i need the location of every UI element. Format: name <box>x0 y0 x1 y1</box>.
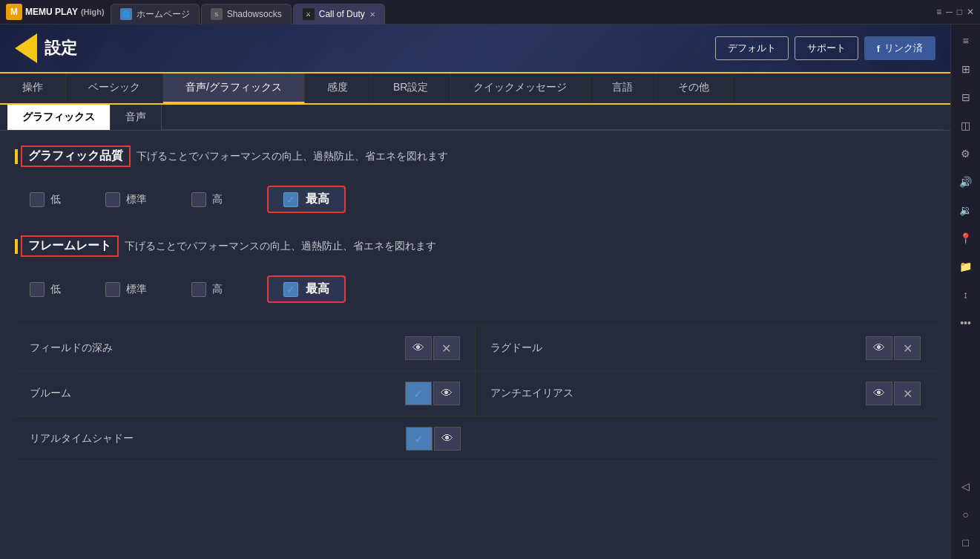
titlebar-controls: ≡ ─ □ ✕ <box>930 7 980 17</box>
framerate-checkbox-max[interactable]: ✓ <box>283 282 298 297</box>
settings-arrow-icon <box>15 33 37 63</box>
framerate-label-standard: 標準 <box>126 283 147 296</box>
quality-checkbox-standard[interactable] <box>105 192 120 207</box>
framerate-label-low: 低 <box>50 283 61 296</box>
toggle-grid: フィールドの深み 👁 ✕ ラグドール 👁 ✕ ブルーム <box>15 325 935 462</box>
facebook-label: リンク済 <box>884 42 923 55</box>
settings-tabs: 操作 ベーシック 音声/グラフィックス 感度 BR設定 クイックメッセージ 言語… <box>0 73 950 105</box>
realtime-shadow-eye-btn[interactable]: 👁 <box>434 427 461 451</box>
facebook-link-button[interactable]: f リンク済 <box>864 36 935 60</box>
sidebar-layout-icon[interactable]: ◫ <box>956 115 976 136</box>
framerate-checkbox-low[interactable] <box>30 282 45 297</box>
window-lines-btn[interactable]: ≡ <box>936 7 941 17</box>
tab-sensitivity[interactable]: 感度 <box>305 73 371 103</box>
tab-shadowsocks[interactable]: S Shadowsocks <box>201 4 292 24</box>
graphics-quality-section: グラフィック品質 下げることでパフォーマンスの向上、過熱防止、省エネを図れます … <box>15 146 935 220</box>
tab-basic[interactable]: ベーシック <box>66 73 163 103</box>
realtime-shadow-check-btn[interactable]: ✓ <box>406 427 433 451</box>
toggle-cell-ragdoll: ラグドール 👁 ✕ <box>476 326 936 371</box>
tab-icon-callofduty: ⚔ <box>303 8 315 20</box>
tab-homepage[interactable]: 🌐 ホームページ <box>111 4 200 24</box>
bloom-check-btn[interactable]: ✓ <box>405 382 432 405</box>
bloom-eye-btn[interactable]: 👁 <box>433 382 460 405</box>
toggle-cell-antialiasing: アンチエイリアス 👁 ✕ <box>476 371 936 416</box>
quality-checkbox-low[interactable] <box>30 192 45 207</box>
sidebar-gear-icon[interactable]: ⚙ <box>956 143 976 164</box>
field-depth-eye-btn[interactable]: 👁 <box>405 336 432 360</box>
window-minimize-btn[interactable]: ─ <box>946 7 953 17</box>
framerate-option-high: 高 <box>191 282 223 297</box>
framerate-checkbox-standard[interactable] <box>105 282 120 297</box>
support-button[interactable]: サポート <box>795 36 858 60</box>
quality-label-standard: 標準 <box>126 193 147 206</box>
tab-close-callofduty[interactable]: ✕ <box>369 10 375 19</box>
main-layout: 設定 デフォルト サポート f リンク済 操作 ベーシック 音声/グラフィックス… <box>0 24 980 559</box>
sub-tab-audio[interactable]: 音声 <box>111 105 162 130</box>
field-depth-toggle-group: 👁 ✕ <box>405 336 460 360</box>
quality-checkbox-high[interactable] <box>191 192 206 207</box>
tab-label-shadowsocks: Shadowsocks <box>227 9 282 19</box>
bloom-label: ブルーム <box>30 387 405 400</box>
tab-language[interactable]: 言語 <box>590 73 656 103</box>
frame-rate-header: フレームレート 下げることでパフォーマンスの向上、過熱防止、省エネを図れます <box>15 235 935 257</box>
realtime-shadow-toggle-group: ✓ 👁 <box>406 427 461 451</box>
sidebar-more-icon[interactable]: ••• <box>956 313 976 333</box>
settings-title-text: 設定 <box>45 37 77 59</box>
settings-content: グラフィック品質 下げることでパフォーマンスの向上、過熱防止、省エネを図れます … <box>0 131 950 559</box>
ragdoll-eye-btn[interactable]: 👁 <box>866 336 892 360</box>
quality-checkbox-max[interactable]: ✓ <box>283 192 298 207</box>
field-depth-cross-btn[interactable]: ✕ <box>433 336 460 360</box>
ragdoll-cross-btn[interactable]: ✕ <box>894 336 921 360</box>
sidebar-volume-down-icon[interactable]: 🔉 <box>956 200 976 220</box>
framerate-checkbox-high[interactable] <box>191 282 206 297</box>
tab-quick-message[interactable]: クイックメッセージ <box>451 73 590 103</box>
sidebar-home-icon[interactable]: ○ <box>956 504 976 525</box>
bloom-toggle-group: ✓ 👁 <box>405 382 460 405</box>
tab-callofduty[interactable]: ⚔ Call of Duty ✕ <box>293 4 385 24</box>
framerate-option-max-selected[interactable]: ✓ 最高 <box>267 275 346 303</box>
tab-other[interactable]: その他 <box>656 73 732 103</box>
ragdoll-label: ラグドール <box>490 341 866 355</box>
frame-rate-section: フレームレート 下げることでパフォーマンスの向上、過熱防止、省エネを図れます 低… <box>15 235 935 310</box>
graphics-quality-description: 下げることでパフォーマンスの向上、過熱防止、省エネを図れます <box>137 150 448 163</box>
sidebar-grid-icon[interactable]: ⊞ <box>956 59 976 79</box>
tab-label-homepage: ホームページ <box>137 8 190 21</box>
tab-operation[interactable]: 操作 <box>0 73 66 103</box>
antialiasing-toggle-group: 👁 ✕ <box>866 382 921 405</box>
quality-label-high: 高 <box>212 193 223 206</box>
sidebar-expand-icon[interactable]: ↕ <box>956 284 976 305</box>
memu-badge: (High) <box>81 7 105 16</box>
sidebar-square-icon[interactable]: □ <box>956 532 976 553</box>
graphics-quality-title: グラフィック品質 <box>21 146 131 167</box>
sidebar-volume-up-icon[interactable]: 🔊 <box>956 171 976 192</box>
ragdoll-toggle-group: 👁 ✕ <box>866 336 921 360</box>
quality-option-low: 低 <box>30 192 61 207</box>
frame-rate-title: フレームレート <box>21 235 119 257</box>
antialiasing-eye-btn[interactable]: 👁 <box>866 382 892 405</box>
antialiasing-cross-btn[interactable]: ✕ <box>894 382 921 405</box>
framerate-label-max: 最高 <box>306 281 329 297</box>
antialiasing-label: アンチエイリアス <box>490 387 866 400</box>
sidebar-hamburger-icon[interactable]: ≡ <box>956 30 976 51</box>
framerate-options: 低 標準 高 ✓ 最高 <box>15 268 935 310</box>
header-buttons: デフォルト サポート f リンク済 <box>715 36 935 60</box>
sub-tab-graphics[interactable]: グラフィックス <box>7 105 111 130</box>
quality-option-max-selected[interactable]: ✓ 最高 <box>267 186 346 213</box>
quality-option-standard: 標準 <box>105 192 147 207</box>
default-button[interactable]: デフォルト <box>715 36 789 60</box>
tab-audio-graphics[interactable]: 音声/グラフィックス <box>163 73 305 103</box>
sidebar-minus-icon[interactable]: ⊟ <box>956 87 976 108</box>
realtime-shadow-label: リアルタイムシャドー <box>30 432 406 445</box>
sidebar-folder-icon[interactable]: 📁 <box>956 256 976 277</box>
tab-br-settings[interactable]: BR設定 <box>371 73 451 103</box>
window-maximize-btn[interactable]: □ <box>957 7 962 17</box>
framerate-option-low: 低 <box>30 282 61 297</box>
sidebar-location-icon[interactable]: 📍 <box>956 228 976 249</box>
toggle-cell-bloom: ブルーム ✓ 👁 <box>15 371 476 416</box>
framerate-option-standard: 標準 <box>105 282 147 297</box>
sidebar-back-icon[interactable]: ◁ <box>956 476 976 497</box>
graphics-quality-header: グラフィック品質 下げることでパフォーマンスの向上、過熱防止、省エネを図れます <box>15 146 935 167</box>
toggle-cell-field-depth: フィールドの深み 👁 ✕ <box>15 326 476 371</box>
tab-icon-homepage: 🌐 <box>120 8 132 20</box>
window-close-btn[interactable]: ✕ <box>967 7 974 17</box>
